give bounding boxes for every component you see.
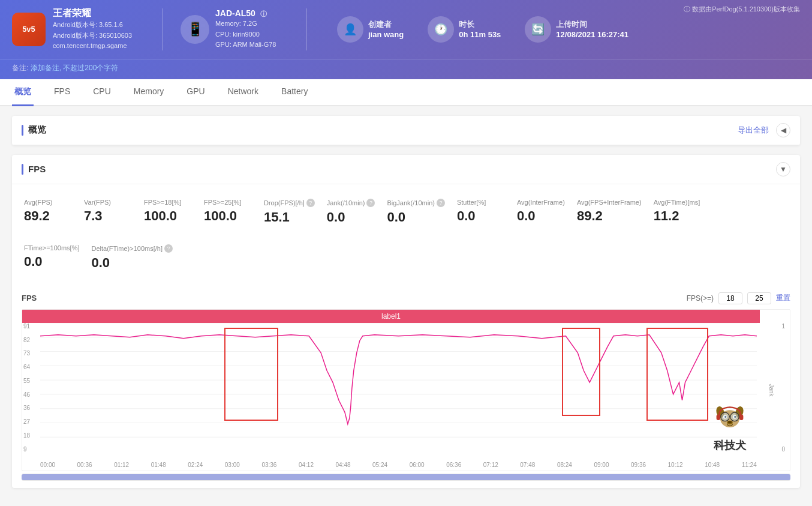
duration-text: 时长 0h 11m 53s bbox=[459, 19, 501, 39]
fps-chart-scrollbar[interactable] bbox=[22, 474, 790, 481]
overview-title-bar bbox=[22, 125, 23, 136]
stat-value: 100.0 bbox=[144, 208, 192, 224]
stat-label: Var(FPS) bbox=[84, 199, 132, 206]
fps-collapse-button[interactable]: ▼ bbox=[776, 162, 790, 176]
stat-item: Avg(FPS+InterFrame) 89.2 bbox=[577, 194, 654, 230]
fps-gte-label: FPS(>=) bbox=[687, 294, 714, 303]
fps-reset-button[interactable]: 重置 bbox=[776, 293, 790, 303]
fps-val1-input[interactable] bbox=[718, 292, 742, 304]
fps-title-bar bbox=[22, 164, 23, 175]
app-android-version: Android版本号: 3.65.1.6 bbox=[53, 20, 132, 31]
nav-tab-概览[interactable]: 概览 bbox=[12, 79, 34, 106]
header-divider-1 bbox=[162, 8, 163, 50]
upload-text: 上传时间 12/08/2021 16:27:41 bbox=[556, 19, 628, 39]
overview-card: 概览 导出全部 ◀ bbox=[12, 116, 800, 145]
mascot: 科技犬 bbox=[703, 399, 757, 453]
upload-label: 上传时间 bbox=[556, 19, 628, 30]
stat-label: Stutter[%] bbox=[457, 199, 505, 206]
upload-meta: 🔄 上传时间 12/08/2021 16:27:41 bbox=[525, 16, 628, 43]
stat-item: Avg(FTime)[ms] 11.2 bbox=[654, 194, 714, 230]
fps-chart-header: FPS FPS(>=) 重置 bbox=[22, 292, 790, 304]
stat-label: Jank(/10min)? bbox=[327, 199, 375, 207]
stat-value: 0.0 bbox=[24, 254, 80, 270]
nav-tab-Memory[interactable]: Memory bbox=[131, 79, 167, 106]
note-link[interactable]: 添加备注, 不超过200个字符 bbox=[31, 64, 119, 72]
overview-title-text: 概览 bbox=[28, 124, 46, 136]
device-gpu: GPU: ARM Mali-G78 bbox=[215, 40, 276, 50]
fps-card: FPS ▼ Avg(FPS) 89.2 Var(FPS) 7.3 FPS>=18… bbox=[12, 155, 800, 488]
nav-tab-FPS[interactable]: FPS bbox=[52, 79, 73, 106]
creator-text: 创建者 jian wang bbox=[368, 19, 404, 39]
app-text: 王者荣耀 Android版本号: 3.65.1.6 Android版本号: 36… bbox=[53, 7, 132, 52]
stat-label: FPS>=25[%] bbox=[204, 199, 252, 206]
stat-help-icon[interactable]: ? bbox=[437, 199, 445, 207]
perf-note: ⓘ 数据由PerfDog(5.1.210300)版本收集 bbox=[684, 5, 800, 14]
fps-chart-svg bbox=[40, 323, 757, 453]
fps-title: FPS bbox=[22, 164, 46, 175]
device-section: 📱 JAD-AL50 ⓘ Memory: 7.2G CPU: kirin9000… bbox=[181, 8, 288, 50]
stat-help-icon[interactable]: ? bbox=[164, 244, 173, 253]
overview-title: 概览 bbox=[22, 124, 46, 136]
app-name: 王者荣耀 bbox=[53, 7, 132, 20]
stat-label: FPS>=18[%] bbox=[144, 199, 192, 206]
stat-item: FPS>=18[%] 100.0 bbox=[144, 194, 204, 230]
svg-rect-25 bbox=[739, 414, 743, 420]
nav-tab-GPU[interactable]: GPU bbox=[184, 79, 207, 106]
stat-item: Var(FPS) 7.3 bbox=[84, 194, 144, 230]
header: 5v5 王者荣耀 Android版本号: 3.65.1.6 Android版本号… bbox=[0, 0, 812, 59]
overview-header: 概览 导出全部 ◀ bbox=[12, 116, 800, 145]
stat-item: Avg(InterFrame) 0.0 bbox=[517, 194, 577, 230]
nav-tabs: 概览FPSCPUMemoryGPUNetworkBattery bbox=[0, 79, 812, 106]
fps-val2-input[interactable] bbox=[747, 292, 771, 304]
overview-collapse-button[interactable]: ◀ bbox=[776, 123, 790, 137]
fps-title-text: FPS bbox=[28, 164, 46, 174]
perf-note-icon: ⓘ bbox=[684, 5, 690, 13]
fps-chart-section: FPS FPS(>=) 重置 label1 bbox=[12, 285, 800, 488]
stat-help-icon[interactable]: ? bbox=[366, 199, 375, 207]
fps-actions: ▼ bbox=[776, 162, 790, 176]
stat-label: Avg(FTime)[ms] bbox=[654, 199, 702, 206]
stat-value: 100.0 bbox=[204, 208, 252, 224]
fps-y-right-labels: 1 0 bbox=[781, 323, 785, 453]
device-cpu: CPU: kirin9000 bbox=[215, 29, 276, 40]
upload-icon: 🔄 bbox=[525, 16, 551, 43]
stat-value: 89.2 bbox=[577, 208, 642, 224]
nav-tab-CPU[interactable]: CPU bbox=[91, 79, 113, 106]
mascot-svg bbox=[706, 399, 754, 437]
fps-header: FPS ▼ bbox=[12, 155, 800, 184]
nav-tab-Network[interactable]: Network bbox=[225, 79, 261, 106]
stat-label: Avg(FPS+InterFrame) bbox=[577, 199, 642, 206]
export-all-button[interactable]: 导出全部 bbox=[738, 125, 769, 136]
svg-point-20 bbox=[730, 412, 739, 421]
duration-icon: 🕐 bbox=[428, 16, 454, 43]
fps-chart-container: label1 bbox=[22, 309, 790, 471]
device-memory: Memory: 7.2G bbox=[215, 19, 276, 29]
stat-value: 89.2 bbox=[24, 208, 72, 224]
fps-chart-label-bar: label1 bbox=[22, 310, 760, 323]
header-divider-2 bbox=[306, 8, 307, 50]
note-prefix: 备注: bbox=[12, 64, 28, 72]
stat-item: FTime>=100ms[%] 0.0 bbox=[24, 239, 92, 276]
duration-label: 时长 bbox=[459, 19, 501, 30]
perf-note-text: 数据由PerfDog(5.1.210300)版本收集 bbox=[692, 5, 800, 13]
stat-label: FTime>=100ms[%] bbox=[24, 244, 80, 251]
stat-value: 15.1 bbox=[264, 209, 315, 225]
creator-icon: 👤 bbox=[337, 16, 363, 43]
svg-rect-24 bbox=[717, 414, 720, 420]
content: 概览 导出全部 ◀ FPS ▼ Avg(FPS) 89.2 Var(F bbox=[0, 106, 812, 506]
device-name: JAD-AL50 ⓘ bbox=[215, 8, 276, 19]
fps-stats-grid: Avg(FPS) 89.2 Var(FPS) 7.3 FPS>=18[%] 10… bbox=[12, 184, 800, 239]
fps-chart-scrollbar-thumb bbox=[22, 474, 790, 480]
note-bar: 备注: 添加备注, 不超过200个字符 bbox=[0, 59, 812, 79]
stat-value: 0.0 bbox=[327, 209, 375, 225]
stat-item: Jank(/10min)? 0.0 bbox=[327, 194, 387, 230]
stat-item: Drop(FPS)[/h]? 15.1 bbox=[264, 194, 327, 230]
device-icon: 📱 bbox=[181, 15, 209, 44]
nav-tab-Battery[interactable]: Battery bbox=[279, 79, 310, 106]
creator-meta: 👤 创建者 jian wang bbox=[337, 16, 404, 43]
fps-stats-grid-2: FTime>=100ms[%] 0.0 Delta(FTime)>100ms[/… bbox=[12, 239, 800, 285]
stat-label: Avg(FPS) bbox=[24, 199, 72, 206]
duration-value: 0h 11m 53s bbox=[459, 30, 501, 39]
stat-help-icon[interactable]: ? bbox=[306, 199, 315, 207]
stat-item: FPS>=25[%] 100.0 bbox=[204, 194, 264, 230]
